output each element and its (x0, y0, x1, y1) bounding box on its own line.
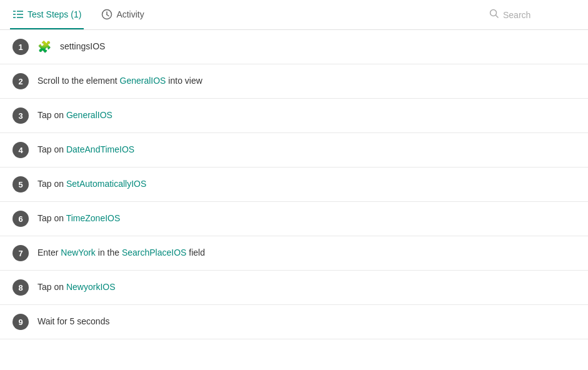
step-link[interactable]: TimeZoneIOS (66, 213, 121, 223)
table-row: 6Tap on TimeZoneIOS (0, 202, 588, 236)
step-content: Tap on GeneralIOS (37, 109, 112, 122)
list-icon (12, 9, 24, 20)
step-link[interactable]: NewyorkIOS (66, 282, 116, 292)
step-content: Tap on NewyorkIOS (37, 281, 116, 294)
table-row: 4Tap on DateAndTimeIOS (0, 133, 588, 168)
step-number: 2 (12, 73, 29, 89)
step-content: settingsIOS (60, 41, 105, 53)
steps-list: 1🧩settingsIOS2Scroll to the element Gene… (0, 30, 588, 339)
step-link[interactable]: GeneralIOS (66, 110, 112, 120)
step-content: Tap on TimeZoneIOS (37, 212, 120, 225)
search-input[interactable] (503, 10, 578, 20)
svg-line-10 (496, 16, 499, 18)
tab-test-steps-label: Test Steps (1) (27, 9, 81, 19)
table-row: 9Wait for 5 seconds (0, 305, 588, 339)
header: Test Steps (1) Activity (0, 0, 588, 30)
step-number: 7 (12, 245, 29, 261)
step-number: 1 (12, 39, 29, 55)
svg-line-8 (107, 14, 109, 16)
step-number: 4 (12, 142, 29, 158)
table-row: 1🧩settingsIOS (0, 30, 588, 64)
search-area[interactable] (489, 9, 578, 21)
clock-icon (101, 9, 112, 20)
step-content: Enter NewYork in the SearchPlaceIOS fiel… (37, 247, 205, 259)
table-row: 2Scroll to the element GeneralIOS into v… (0, 64, 588, 99)
tab-activity[interactable]: Activity (99, 0, 146, 29)
table-row: 8Tap on NewyorkIOS (0, 271, 588, 305)
puzzle-icon: 🧩 (37, 40, 51, 54)
step-number: 5 (12, 176, 29, 192)
step-link[interactable]: NewYork (61, 248, 96, 258)
table-row: 3Tap on GeneralIOS (0, 99, 588, 133)
table-row: 5Tap on SetAutomaticallyIOS (0, 168, 588, 202)
step-link[interactable]: DateAndTimeIOS (66, 144, 134, 154)
step-number: 3 (12, 108, 29, 124)
step-number: 8 (12, 279, 29, 296)
step-link[interactable]: SetAutomaticallyIOS (66, 179, 146, 189)
step-content: Wait for 5 seconds (37, 316, 109, 328)
step-link[interactable]: SearchPlaceIOS (122, 248, 187, 258)
table-row: 7Enter NewYork in the SearchPlaceIOS fie… (0, 236, 588, 271)
step-number: 9 (12, 314, 29, 330)
search-icon (489, 9, 499, 21)
step-content: Tap on SetAutomaticallyIOS (37, 178, 146, 191)
tab-activity-label: Activity (116, 9, 144, 19)
tab-test-steps[interactable]: Test Steps (1) (10, 0, 84, 29)
step-content: Scroll to the element GeneralIOS into vi… (37, 75, 202, 88)
step-number: 6 (12, 211, 29, 227)
step-link[interactable]: GeneralIOS (120, 76, 166, 86)
step-content: Tap on DateAndTimeIOS (37, 144, 134, 156)
